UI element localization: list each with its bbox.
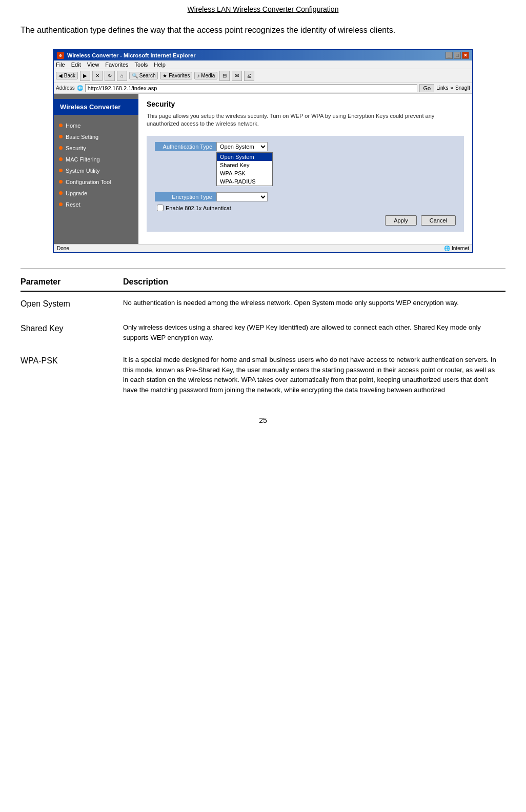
internet-icon: 🌐 [444, 246, 450, 251]
browser-content: Wireless Converter Home Basic Setting Se… [54, 94, 472, 245]
sidebar-item-system-utility[interactable]: System Utility [54, 165, 138, 176]
browser-window: e Wireless Converter - Microsoft Interne… [53, 49, 473, 254]
search-button[interactable]: 🔍 Search [129, 72, 158, 79]
mail-button[interactable]: ✉ [232, 71, 242, 81]
divider [21, 269, 505, 269]
auth-type-row: Authentication Type Open System Open Sys… [155, 142, 456, 151]
encryption-type-label: Encryption Type [155, 192, 216, 201]
home-button[interactable]: ⌂ [117, 71, 127, 81]
bullet-icon [59, 135, 63, 138]
param-open-system: Open System [21, 291, 123, 316]
print-button[interactable]: 🖨 [244, 71, 254, 81]
browser-titlebar: e Wireless Converter - Microsoft Interne… [54, 50, 472, 60]
auth-type-dropdown-container: Open System Open System Shared Key WPA-P… [216, 142, 268, 151]
desc-wpa-psk: It is a special mode designed for home a… [123, 349, 505, 401]
refresh-button[interactable]: ↻ [105, 71, 115, 81]
favorites-button[interactable]: ★ Favorites [160, 72, 192, 79]
page-title: Wireless LAN Wireless Converter Configur… [21, 5, 505, 13]
maximize-button[interactable]: □ [454, 52, 461, 59]
status-right: 🌐 Internet [444, 246, 469, 251]
enable-row: Enable 802.1x Authenticat [157, 205, 456, 211]
auth-type-select[interactable]: Open System [216, 142, 268, 151]
enable-label: Enable 802.1x Authenticat [166, 205, 231, 211]
menu-view[interactable]: View [87, 62, 99, 68]
minimize-button[interactable]: _ [446, 52, 453, 59]
forward-button[interactable]: ▶ [80, 71, 90, 81]
history-button[interactable]: ⊟ [219, 71, 230, 81]
address-input[interactable] [85, 84, 418, 92]
cancel-button[interactable]: Cancel [421, 215, 456, 226]
section-title: Security [147, 100, 464, 108]
intro-text: The authentication type defines the way … [21, 24, 505, 37]
go-button[interactable]: Go [419, 84, 434, 92]
apply-button[interactable]: Apply [385, 215, 417, 226]
close-button[interactable]: ✕ [462, 52, 469, 59]
enable-checkbox[interactable] [157, 205, 164, 211]
parameter-table: Parameter Description Open System No aut… [21, 275, 505, 401]
menu-tools[interactable]: Tools [135, 62, 148, 68]
stop-button[interactable]: ✕ [92, 71, 103, 81]
section-desc: This page allows you setup the wireless … [147, 112, 464, 128]
sidebar-item-reset[interactable]: Reset [54, 199, 138, 210]
dropdown-item-wpa-psk[interactable]: WPA-PSK [217, 169, 272, 177]
form-area: Authentication Type Open System Open Sys… [147, 136, 464, 232]
dropdown-item-open-system[interactable]: Open System [217, 153, 272, 161]
main-content: Security This page allows you setup the … [138, 94, 472, 245]
button-row: Apply Cancel [155, 215, 456, 226]
param-wpa-psk: WPA-PSK [21, 349, 123, 401]
page-number: 25 [21, 416, 505, 424]
bullet-icon [59, 157, 63, 161]
sidebar-item-label: Basic Setting [66, 134, 98, 140]
browser-toolbar: ◀ Back ▶ ✕ ↻ ⌂ 🔍 Search ★ Favorites ♪ Me… [54, 69, 472, 83]
menu-favorites[interactable]: Favorites [105, 62, 128, 68]
sidebar-item-label: Home [66, 123, 80, 129]
address-label: Address [56, 85, 75, 91]
back-button[interactable]: ◀ Back [56, 72, 78, 79]
bullet-icon [59, 180, 63, 184]
table-row: WPA-PSK It is a special mode designed fo… [21, 349, 505, 401]
menu-edit[interactable]: Edit [71, 62, 81, 68]
links-divider: » [451, 85, 454, 91]
sidebar-item-home[interactable]: Home [54, 120, 138, 131]
sidebar-item-label: Security [66, 145, 86, 151]
table-row: Shared Key Only wireless devices using a… [21, 316, 505, 349]
sidebar-item-label: Upgrade [66, 190, 87, 196]
snagit-button[interactable]: SnagIt [455, 85, 470, 91]
sidebar-item-security[interactable]: Security [54, 143, 138, 154]
sidebar-header: Wireless Converter [54, 99, 138, 115]
table-header-param: Parameter [21, 275, 123, 291]
sidebar-item-mac-filtering[interactable]: MAC Filtering [54, 154, 138, 165]
sidebar-item-label: System Utility [66, 168, 100, 174]
status-left: Done [57, 246, 69, 251]
browser-titlebar-icon: e [57, 52, 64, 59]
bullet-icon [59, 124, 63, 127]
table-row: Open System No authentication is needed … [21, 291, 505, 316]
browser-title: Wireless Converter - Microsoft Internet … [67, 52, 196, 58]
sidebar-item-label: MAC Filtering [66, 156, 100, 163]
dropdown-item-wpa-radius[interactable]: WPA-RADIUS [217, 177, 272, 186]
bullet-icon [59, 169, 63, 172]
table-header-desc: Description [123, 275, 505, 291]
param-shared-key: Shared Key [21, 316, 123, 349]
encryption-type-row: Encryption Type [155, 192, 456, 201]
auth-type-dropdown[interactable]: Open System Shared Key WPA-PSK WPA-RADIU… [216, 152, 273, 186]
menu-help[interactable]: Help [154, 62, 166, 68]
sidebar-item-upgrade[interactable]: Upgrade [54, 188, 138, 199]
desc-open-system: No authentication is needed among the wi… [123, 291, 505, 316]
browser-statusbar: Done 🌐 Internet [54, 244, 472, 252]
menu-file[interactable]: File [56, 62, 65, 68]
links-label: Links [436, 85, 448, 91]
sidebar-item-basic-setting[interactable]: Basic Setting [54, 131, 138, 143]
media-button[interactable]: ♪ Media [194, 72, 217, 79]
encryption-type-select[interactable] [216, 192, 268, 201]
sidebar: Wireless Converter Home Basic Setting Se… [54, 94, 138, 245]
browser-address-icon: 🌐 [77, 85, 83, 91]
bullet-icon [59, 191, 63, 195]
bullet-icon [59, 146, 63, 150]
bullet-icon [59, 202, 63, 206]
desc-shared-key: Only wireless devices using a shared key… [123, 316, 505, 349]
dropdown-item-shared-key[interactable]: Shared Key [217, 161, 272, 169]
sidebar-item-configuration-tool[interactable]: Configuration Tool [54, 176, 138, 188]
auth-type-label: Authentication Type [155, 142, 216, 151]
sidebar-item-label: Reset [66, 201, 80, 208]
